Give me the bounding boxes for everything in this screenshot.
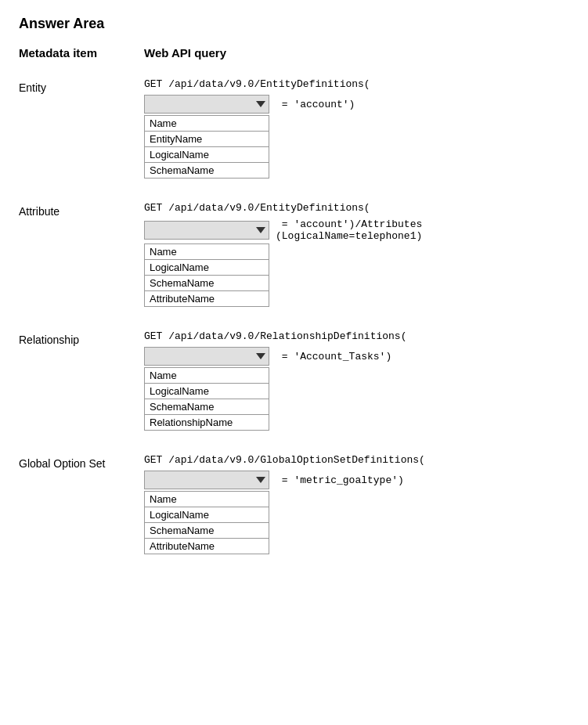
option-attribute-1[interactable]: LogicalName [145,260,269,276]
option-relationship-0[interactable]: Name [145,368,269,384]
section-attribute: AttributeGET /api/data/v9.0/EntityDefini… [19,202,569,307]
option-relationship-2[interactable]: SchemaName [145,399,269,415]
option-global-option-set-0[interactable]: Name [145,492,269,507]
option-global-option-set-3[interactable]: AttributeName [145,539,269,554]
dropdown-row-global-option-set: = 'metric_goaltype') [144,471,569,489]
option-entity-3[interactable]: SchemaName [145,163,269,178]
meta-label-entity: Entity [19,78,144,94]
meta-label-relationship: Relationship [19,330,144,346]
query-line-global-option-set: GET /api/data/v9.0/GlobalOptionSetDefini… [144,454,569,466]
meta-label-attribute: Attribute [19,202,144,218]
dropdown-row-entity: = 'account') [144,95,569,114]
option-entity-0[interactable]: Name [145,116,269,132]
query-block-global-option-set: GET /api/data/v9.0/GlobalOptionSetDefini… [144,454,569,554]
option-global-option-set-1[interactable]: LogicalName [145,507,269,523]
dropdown-arrow-entity [256,101,265,107]
meta-label-global-option-set: Global Option Set [19,454,144,470]
options-table-attribute[interactable]: NameLogicalNameSchemaNameAttributeName [144,243,269,307]
option-attribute-3[interactable]: AttributeName [145,291,269,306]
query-block-relationship: GET /api/data/v9.0/RelationshipDefinitio… [144,330,569,431]
equals-text-global-option-set: = 'metric_goaltype') [276,474,404,486]
equals-text-relationship: = 'Account_Tasks') [276,351,391,362]
options-table-global-option-set[interactable]: NameLogicalNameSchemaNameAttributeName [144,491,269,554]
section-global-option-set: Global Option SetGET /api/data/v9.0/Glob… [19,454,569,554]
section-entity: EntityGET /api/data/v9.0/EntityDefinitio… [19,78,569,179]
query-line-relationship: GET /api/data/v9.0/RelationshipDefinitio… [144,330,569,342]
query-block-attribute: GET /api/data/v9.0/EntityDefinitions( = … [144,202,569,307]
dropdown-global-option-set[interactable] [144,471,269,489]
dropdown-arrow-relationship [256,353,265,359]
dropdown-attribute[interactable] [144,221,269,240]
dropdown-arrow-attribute [256,227,265,233]
option-global-option-set-2[interactable]: SchemaName [145,523,269,539]
section-relationship: RelationshipGET /api/data/v9.0/Relations… [19,330,569,431]
option-entity-1[interactable]: EntityName [145,132,269,147]
query-block-entity: GET /api/data/v9.0/EntityDefinitions( = … [144,78,569,179]
query-line-entity: GET /api/data/v9.0/EntityDefinitions( [144,78,569,90]
options-table-entity[interactable]: NameEntityNameLogicalNameSchemaName [144,115,269,179]
header-query: Web API query [144,46,226,60]
dropdown-arrow-global-option-set [256,477,265,483]
option-entity-2[interactable]: LogicalName [145,147,269,163]
query-line-attribute: GET /api/data/v9.0/EntityDefinitions( [144,202,569,214]
equals-text-entity: = 'account') [276,99,355,110]
option-attribute-2[interactable]: SchemaName [145,276,269,291]
header-metadata: Metadata item [19,46,144,60]
option-relationship-1[interactable]: LogicalName [145,384,269,399]
dropdown-entity[interactable] [144,95,269,114]
page-title: Answer Area [19,16,569,32]
equals-text-attribute: = 'account')/Attributes (LogicalName=tel… [276,218,422,242]
table-header: Metadata item Web API query [19,46,569,63]
option-relationship-3[interactable]: RelationshipName [145,415,269,430]
dropdown-row-attribute: = 'account')/Attributes (LogicalName=tel… [144,218,569,242]
dropdown-relationship[interactable] [144,347,269,366]
option-attribute-0[interactable]: Name [145,244,269,260]
dropdown-row-relationship: = 'Account_Tasks') [144,347,569,366]
options-table-relationship[interactable]: NameLogicalNameSchemaNameRelationshipNam… [144,367,269,431]
